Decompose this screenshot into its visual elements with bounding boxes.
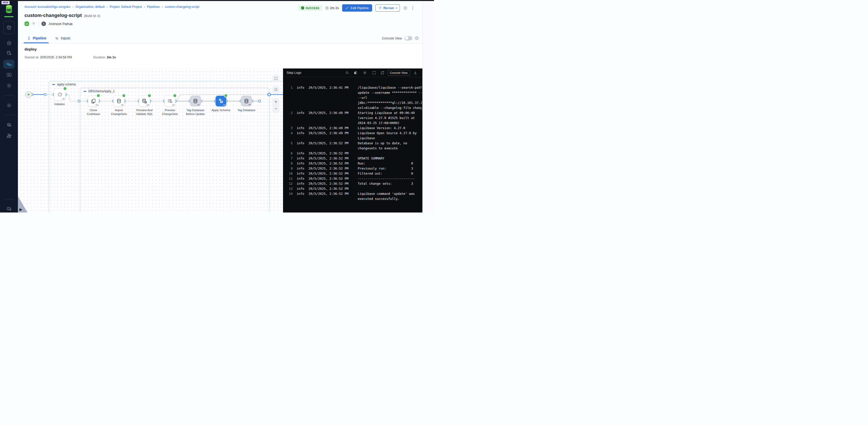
step-label: Apply Schema: [209, 108, 233, 112]
more-options-menu[interactable]: ⋮: [410, 7, 415, 9]
sidebar-divider: [3, 115, 14, 115]
fullscreen-icon[interactable]: [372, 71, 376, 75]
step-node-preview-changesets[interactable]: </>: [165, 96, 175, 106]
tab-bar: Pipeline Inputs Console View: [18, 33, 423, 44]
step-label: Initialize: [48, 102, 72, 106]
step-node-preview-and-validate-sql[interactable]: </>: [139, 96, 150, 106]
sidebar-item-pipelines[interactable]: [3, 60, 14, 69]
zoom-out-button[interactable]: −: [272, 105, 279, 112]
clock-icon: [325, 6, 329, 10]
log-value: 3: [410, 166, 413, 171]
sidebar-item-module-box[interactable]: [3, 21, 14, 34]
download-icon[interactable]: [413, 71, 417, 75]
sidebar-item-database-instances[interactable]: [0, 50, 18, 56]
log-line: (version 4.27.0 #1525 built at: [283, 115, 423, 120]
log-line: 14info20/5/2025, 2:36:52 PMLiquibase com…: [283, 191, 423, 196]
new-badge: NEW: [1, 1, 9, 4]
breadcrumb-item[interactable]: Organization: default: [75, 5, 104, 8]
zoom-in-button[interactable]: +: [272, 98, 279, 105]
logo-underline: [4, 16, 13, 17]
edit-pipeline-button[interactable]: Edit Pipeline: [342, 4, 372, 11]
database-icon: [116, 98, 122, 104]
rerun-button[interactable]: Re-run ▾: [375, 4, 400, 11]
elapsed-time: 2m 2s: [325, 6, 339, 10]
trigger-author: Animesh Pathak: [49, 22, 73, 26]
log-line: changesets to execute: [283, 146, 423, 151]
step-node-tag-database-before-update[interactable]: </>: [190, 96, 201, 106]
chat-help-icon: ?: [6, 206, 12, 212]
breadcrumb-separator: ›: [144, 5, 145, 8]
console-view-toggle[interactable]: [404, 36, 412, 40]
refresh-icon: [57, 91, 63, 97]
pipeline-tab-icon: [27, 36, 31, 40]
database-gear-icon: [6, 50, 12, 56]
status-badge: ✓ SUCCESS: [299, 5, 322, 10]
code-tag: </>: [121, 104, 123, 106]
breadcrumb: Account: kurosakiichigo.songoku›Organiza…: [25, 5, 199, 8]
sidebar-item-home[interactable]: [0, 40, 18, 46]
log-line: 7info20/5/2025, 2:36:52 PMUPDATE SUMMARY: [283, 156, 423, 161]
console-view-info-icon[interactable]: [415, 36, 419, 40]
code-tag: </>: [172, 104, 175, 106]
bottom-left-panel-handle[interactable]: [18, 196, 28, 213]
sidebar-item-help-chat[interactable]: ?: [0, 206, 18, 212]
refresh-icon: [378, 6, 382, 9]
step-node-apply-schema[interactable]: </>: [216, 96, 226, 106]
stage-summary: deploy Started at: 20/5/2025, 2:34:58 PM…: [18, 44, 423, 68]
marquee-select-button[interactable]: [272, 86, 279, 93]
build-id: (Build Id: 4): [84, 14, 100, 18]
breadcrumb-item[interactable]: Account: kurosakiichigo.songoku: [25, 5, 70, 8]
success-check-icon: ✓: [122, 94, 126, 97]
sidebar-item-org-structure[interactable]: [0, 133, 18, 139]
settings-icon[interactable]: [363, 71, 367, 75]
breadcrumb-item[interactable]: custom-changelog-script: [165, 5, 199, 8]
code-tag: </>: [62, 98, 65, 100]
tab-inputs[interactable]: Inputs: [55, 36, 70, 40]
pipeline-settings-gear-icon[interactable]: [32, 22, 36, 26]
info-icon[interactable]: [403, 6, 407, 10]
step-node-clone-codebase[interactable]: </>: [88, 96, 99, 106]
home-icon: [6, 40, 12, 46]
tab-pipeline[interactable]: Pipeline: [27, 36, 46, 40]
sidebar-item-executions[interactable]: [0, 72, 18, 78]
log-line: 12info20/5/2025, 2:36:52 PMTotal change …: [283, 181, 423, 186]
search-icon[interactable]: [345, 71, 349, 75]
sidebar-item-environments[interactable]: [0, 122, 18, 128]
sidebar-item-account-settings[interactable]: [0, 102, 18, 108]
step-logs-header: Step Logs Console View: [283, 68, 423, 77]
page-scrollbar[interactable]: [423, 0, 434, 213]
step-logs-title: Step Logs: [286, 71, 302, 75]
log-line: 2024-03-25 17:08+0000): [283, 120, 423, 125]
log-line: 2info20/5/2025, 2:36:49 PMStarting Liqui…: [283, 110, 423, 115]
copy-icon[interactable]: [353, 71, 358, 75]
svg-text:?: ?: [8, 207, 9, 209]
step-label: PreviewChangeSets: [158, 108, 182, 116]
step-node-initialize[interactable]: </>: [54, 89, 65, 100]
pipeline-start-node[interactable]: [25, 91, 32, 98]
connector-status-icon: ∞: [25, 22, 29, 26]
open-in-new-icon[interactable]: [380, 71, 384, 75]
active-tab-indicator: [24, 42, 49, 43]
code-tag: </>: [223, 104, 225, 106]
log-line: 3info20/5/2025, 2:36:49 PMLiquibase Vers…: [283, 125, 423, 131]
sidebar-divider: [3, 95, 14, 95]
db-devops-logo-icon[interactable]: [4, 4, 13, 14]
fit-to-screen-button[interactable]: [272, 75, 279, 82]
step-node-tag-database[interactable]: </>: [241, 96, 252, 106]
sidebar-item-project-settings[interactable]: [0, 83, 18, 89]
console-view-label: Console View: [382, 36, 402, 40]
step-label: CloneCodebase: [81, 108, 105, 116]
breadcrumb-separator: ›: [106, 5, 107, 8]
log-output[interactable]: 1info20/5/2025, 2:36:41 PM/liquibase/liq…: [283, 85, 423, 213]
inputs-tab-icon: [55, 36, 59, 40]
log-line: 5info20/5/2025, 2:36:52 PMDatabase is up…: [283, 141, 423, 146]
database-icon: [243, 98, 249, 104]
breadcrumb-item[interactable]: Pipelines: [147, 5, 160, 8]
apply-schema-icon: [218, 98, 224, 104]
pipeline-icon: [6, 61, 12, 67]
executions-icon: [6, 72, 12, 78]
step-node-import-changesets[interactable]: </>: [114, 96, 124, 106]
log-line: 11info20/5/2025, 2:36:52 PM-------------…: [283, 176, 423, 181]
console-view-button[interactable]: Console View: [387, 70, 410, 76]
breadcrumb-item[interactable]: Project: Default Project: [110, 5, 142, 8]
